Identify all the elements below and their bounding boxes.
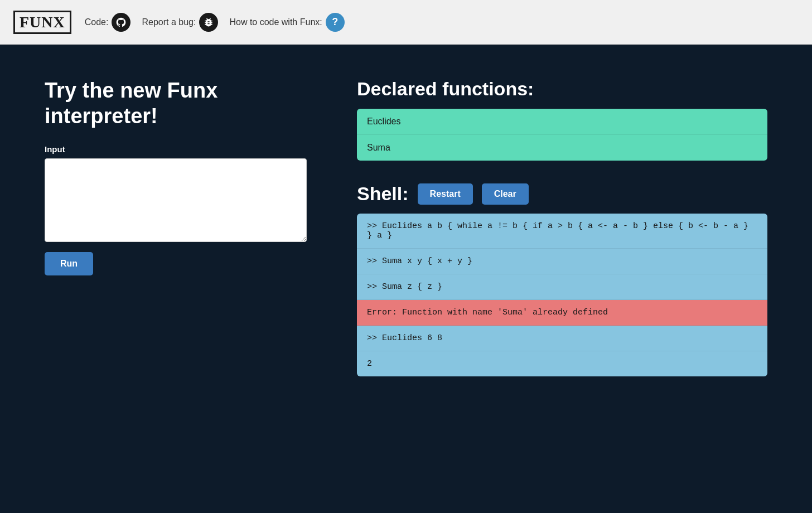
page-title: Try the new Funx interpreter! <box>45 78 312 129</box>
right-panel: Declared functions: Euclides Suma Shell:… <box>357 78 767 480</box>
shell-line: >> Euclides 6 8 <box>357 326 767 351</box>
shell-line: Error: Function with name 'Suma' already… <box>357 300 767 326</box>
clear-button[interactable]: Clear <box>482 183 529 205</box>
declared-functions-list: Euclides Suma <box>357 109 767 161</box>
shell-line: >> Suma z { z } <box>357 274 767 300</box>
function-item-suma[interactable]: Suma <box>357 135 767 161</box>
shell-line: 2 <box>357 351 767 376</box>
shell-header: Shell: Restart Clear <box>357 183 767 205</box>
shell-output: >> Euclides a b { while a != b { if a > … <box>357 214 767 376</box>
bug-label: Report a bug: <box>142 17 196 27</box>
bug-icon[interactable] <box>199 13 218 32</box>
restart-button[interactable]: Restart <box>418 183 473 205</box>
bug-link[interactable]: Report a bug: <box>142 13 218 32</box>
help-icon[interactable]: ? <box>326 13 345 32</box>
code-link[interactable]: Code: <box>85 13 131 32</box>
help-link[interactable]: How to code with Funx: ? <box>229 13 344 32</box>
header-links: Code: Report a bug: How to code with Fun… <box>85 13 345 32</box>
app-logo: FUNX <box>13 11 71 34</box>
run-button[interactable]: Run <box>45 252 93 275</box>
code-label: Code: <box>85 17 109 27</box>
left-panel: Try the new Funx interpreter! Input Run <box>45 78 312 480</box>
function-item-euclides[interactable]: Euclides <box>357 109 767 135</box>
main-content: Try the new Funx interpreter! Input Run … <box>0 45 812 513</box>
code-input[interactable] <box>45 158 307 242</box>
declared-functions-title: Declared functions: <box>357 78 767 100</box>
help-label: How to code with Funx: <box>229 17 322 27</box>
github-icon[interactable] <box>112 13 130 32</box>
app-header: FUNX Code: Report a bug: How to code wit… <box>0 0 812 45</box>
shell-label: Shell: <box>357 183 409 205</box>
input-label: Input <box>45 144 312 154</box>
shell-line: >> Euclides a b { while a != b { if a > … <box>357 214 767 249</box>
shell-line: >> Suma x y { x + y } <box>357 249 767 274</box>
